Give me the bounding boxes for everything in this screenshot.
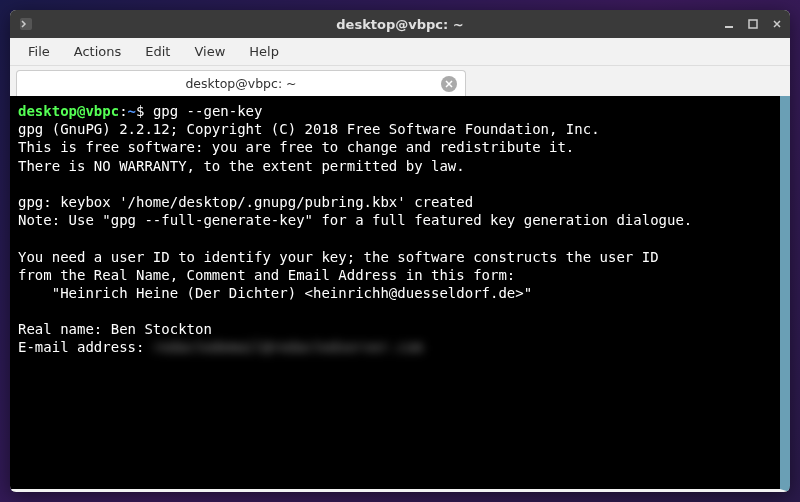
menu-actions[interactable]: Actions	[64, 40, 132, 63]
titlebar[interactable]: desktop@vbpc: ~	[10, 10, 790, 38]
realname-label: Real name:	[18, 321, 111, 337]
command-text: gpg --gen-key	[153, 103, 263, 119]
output-line: This is free software: you are free to c…	[18, 139, 574, 155]
output-line: gpg: keybox '/home/desktop/.gnupg/pubrin…	[18, 194, 473, 210]
output-line: You need a user ID to identify your key;…	[18, 249, 659, 265]
minimize-button[interactable]	[722, 17, 736, 31]
menu-file[interactable]: File	[18, 40, 60, 63]
prompt-sep: :	[119, 103, 127, 119]
tab-label: desktop@vbpc: ~	[27, 76, 455, 91]
svg-rect-2	[749, 20, 757, 28]
maximize-button[interactable]	[746, 17, 760, 31]
terminal-viewport[interactable]: desktop@vbpc:~$ gpg --gen-key gpg (GnuPG…	[10, 96, 790, 492]
app-icon	[18, 16, 34, 32]
email-label: E-mail address:	[18, 339, 153, 355]
menubar: File Actions Edit View Help	[10, 38, 790, 66]
tab-close-icon[interactable]	[441, 76, 457, 92]
output-line: gpg (GnuPG) 2.2.12; Copyright (C) 2018 F…	[18, 121, 600, 137]
output-line: from the Real Name, Comment and Email Ad…	[18, 267, 515, 283]
prompt-dollar: $	[136, 103, 153, 119]
menu-view[interactable]: View	[184, 40, 235, 63]
window-title: desktop@vbpc: ~	[336, 17, 463, 32]
email-value-redacted: redactedemail@redactedserver.com	[153, 339, 423, 355]
svg-rect-1	[725, 26, 733, 28]
output-line: "Heinrich Heine (Der Dichter) <heinrichh…	[18, 285, 532, 301]
realname-value: Ben Stockton	[111, 321, 212, 337]
terminal-window: desktop@vbpc: ~ File Actions Edit View H…	[10, 10, 790, 492]
prompt-path: ~	[128, 103, 136, 119]
menu-edit[interactable]: Edit	[135, 40, 180, 63]
menu-help[interactable]: Help	[239, 40, 289, 63]
output-line: Note: Use "gpg --full-generate-key" for …	[18, 212, 692, 228]
tab-active[interactable]: desktop@vbpc: ~	[16, 70, 466, 96]
tabbar: desktop@vbpc: ~	[10, 66, 790, 96]
output-line: There is NO WARRANTY, to the extent perm…	[18, 158, 465, 174]
prompt-user: desktop@vbpc	[18, 103, 119, 119]
close-button[interactable]	[770, 17, 784, 31]
